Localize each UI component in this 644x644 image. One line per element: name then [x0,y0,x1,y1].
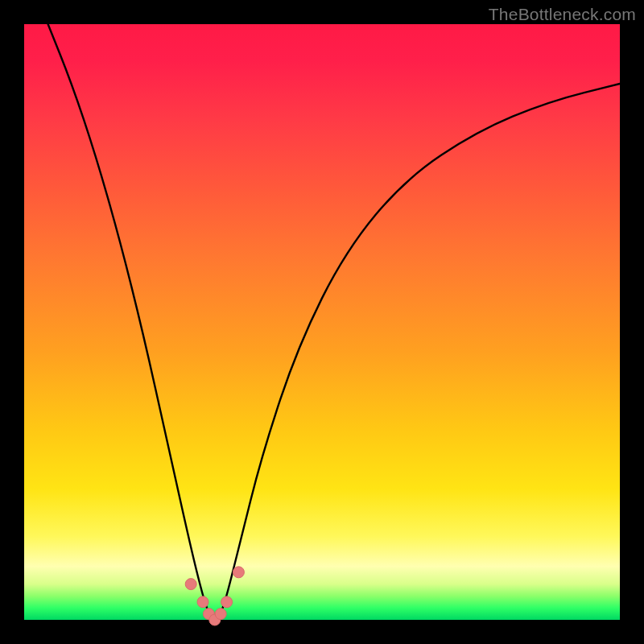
marker-dot [197,597,208,608]
curve-path [48,24,620,618]
marker-dot [221,597,233,608]
chart-frame: TheBottleneck.com [0,0,644,644]
watermark-text: TheBottleneck.com [489,5,636,24]
marker-group [185,567,244,625]
bottleneck-curve [24,24,620,620]
plot-area [24,24,620,620]
marker-dot [215,609,226,620]
marker-dot [233,567,244,578]
marker-dot [185,579,196,590]
